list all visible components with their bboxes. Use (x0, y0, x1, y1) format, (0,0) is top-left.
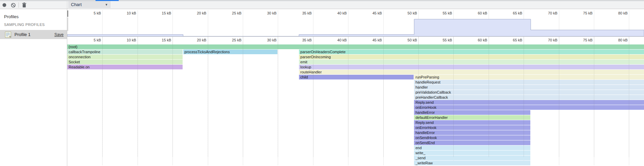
record-icon (2, 3, 7, 7)
profiles-sidebar: Profiles SAMPLING PROFILES % Profile 1 S… (0, 9, 67, 166)
flame-bar-label: handleError (414, 130, 530, 135)
ruler-tick-label: 15 kB (144, 11, 171, 15)
flame-bar-processticksandrejections[interactable]: processTicksAndRejections (183, 49, 277, 54)
gridline-dotted (524, 36, 524, 157)
flame-bar-handlerequest[interactable]: handleRequest (414, 80, 644, 85)
flame-bar-reply-send[interactable]: Reply.send (414, 100, 644, 105)
ruler-tick-label: 75 kB (566, 11, 593, 15)
flame-bar-callbacktrampoline[interactable]: callbackTrampoline (67, 49, 183, 54)
view-mode-select[interactable]: Chart ▼ (68, 1, 111, 8)
gridline-dotted (383, 36, 384, 157)
flame-bar-readable-on[interactable]: Readable.on (67, 65, 183, 69)
gridline-dotted (348, 36, 348, 157)
flame-bar-end[interactable]: end (414, 145, 530, 150)
ruler-tick-label: 80 kB (601, 38, 628, 42)
flame-bar-label: routeHandler (299, 70, 644, 74)
flame-bar-label: emit (299, 60, 644, 64)
flame-bar-parseronincoming[interactable]: parserOnIncoming (299, 55, 644, 59)
flame-bar-label: onSendHook (414, 135, 530, 140)
ruler-tick-label: 5 kB (74, 38, 101, 42)
flame-chart-pane: 5 kB10 kB15 kB20 kB25 kB30 kB35 kB40 kB4… (67, 9, 644, 166)
flame-bar-onerrorhook[interactable]: onErrorHook (414, 105, 644, 110)
flame-bar-handleerror[interactable]: handleError (414, 110, 530, 115)
flame-bar-onconnection[interactable]: onconnection (67, 55, 183, 59)
gridline-dotted (489, 36, 489, 157)
flame-bar-lookup[interactable]: lookup (299, 65, 644, 69)
ruler-tick-label: 20 kB (180, 11, 206, 15)
sampling-profiles-section-label: SAMPLING PROFILES (4, 23, 45, 27)
delete-profile-button[interactable] (20, 1, 29, 9)
flame-bar-label: write_ (414, 151, 530, 155)
flame-bar-label: child (299, 75, 414, 79)
ruler-tick-label: 50 kB (390, 38, 417, 42)
flame-bar-label: lookup (299, 65, 644, 69)
flame-bar-label: handleRequest (414, 80, 644, 85)
flame-bar-label: onconnection (67, 55, 183, 59)
flame-bar-label: preHandlerCallback (414, 95, 644, 100)
flame-bar-label: _send (414, 156, 530, 160)
flame-bar-onsendend[interactable]: onSendEnd (414, 140, 530, 145)
ruler-tick-label: 55 kB (425, 11, 452, 15)
gridline-dotted (313, 36, 313, 157)
view-mode-value: Chart (71, 2, 82, 7)
ruler-tick-label: 45 kB (355, 11, 382, 15)
record-button[interactable] (0, 1, 9, 9)
overview-scrollbar-track[interactable] (67, 18, 68, 31)
overview-scrollbar-thumb[interactable] (67, 10, 68, 17)
ruler-tick-label: 70 kB (531, 11, 558, 15)
flame-bar-label: handler (414, 85, 644, 90)
flame-bar-label: (root) (67, 44, 644, 49)
flame-bar-parseronheaderscomplete[interactable]: parserOnHeadersComplete (299, 49, 644, 54)
gridline-dotted (278, 36, 278, 157)
flame-bar-onsendhook[interactable]: onSendHook (414, 135, 530, 140)
flame-bar-label: end (414, 145, 530, 150)
gridline-dotted (453, 36, 454, 157)
flame-graph: (root)callbackTrampolineprocessTicksAndR… (67, 44, 644, 166)
flame-bar-label: runPreParsing (414, 75, 644, 79)
clear-button[interactable] (9, 1, 17, 9)
ruler-tick-label: 65 kB (495, 11, 522, 15)
flame-bar-child[interactable]: child (299, 75, 414, 79)
flame-bar--writeraw[interactable]: _writeRaw (414, 161, 530, 165)
flame-bar-write-[interactable]: write_ (414, 151, 530, 155)
flame-bar-reply-send[interactable]: Reply.send (414, 120, 530, 125)
toolbar-pane-divider (67, 1, 67, 9)
gridline-dotted (559, 36, 559, 157)
flame-bar-routehandler[interactable]: routeHandler (299, 70, 644, 74)
ruler-tick-label: 35 kB (285, 38, 312, 42)
ruler-tick-label: 50 kB (390, 11, 417, 15)
flame-bar-handler[interactable]: handler (414, 85, 644, 90)
toolbar: Chart ▼ (0, 0, 644, 9)
gridline-dotted (243, 36, 243, 157)
flame-bar-emit[interactable]: emit (299, 60, 644, 64)
flame-bar-label: processTicksAndRejections (183, 49, 277, 54)
flame-bar-label: preValidationCallback (414, 90, 644, 95)
flame-bar-label: _writeRaw (414, 161, 530, 165)
flame-bar-label: Readable.on (67, 65, 183, 69)
flame-bar-socket[interactable]: Socket (67, 60, 183, 64)
flame-bar-prehandlercallback[interactable]: preHandlerCallback (414, 95, 644, 100)
sampling-profile-icon: % (5, 31, 11, 38)
flame-bar-runpreparsing[interactable]: runPreParsing (414, 75, 644, 79)
flame-bar-label: parserOnIncoming (299, 55, 644, 59)
flame-bar-label: Socket (67, 60, 183, 64)
ruler-tick-label: 45 kB (355, 38, 382, 42)
toolbar-separator (18, 2, 19, 8)
ruler-tick-label: 30 kB (250, 38, 276, 42)
flame-bar--root-[interactable]: (root) (67, 44, 644, 49)
ruler-tick-label: 10 kB (109, 11, 136, 15)
flame-bar-prevalidationcallback[interactable]: preValidationCallback (414, 90, 644, 95)
flame-bar--send[interactable]: _send (414, 156, 530, 160)
save-profile-link[interactable]: Save (54, 32, 64, 37)
flame-bar-handleerror[interactable]: handleError (414, 130, 530, 135)
profile-name: Profile 1 (14, 32, 31, 37)
sidebar-item-profile-1[interactable]: % Profile 1 Save (0, 30, 67, 39)
overview-flame-divider (67, 36, 644, 37)
ruler-tick-label: 25 kB (215, 11, 241, 15)
flame-bar-defaulterrorhandler[interactable]: defaultErrorHandler (414, 115, 530, 120)
sidebar-title: Profiles (4, 14, 18, 19)
flame-bar-label: parserOnHeadersComplete (299, 49, 644, 54)
flame-bar-onerrorhook[interactable]: onErrorHook (414, 125, 530, 130)
gridline-dotted (418, 36, 419, 157)
flame-bar-label: Reply.send (414, 120, 530, 125)
